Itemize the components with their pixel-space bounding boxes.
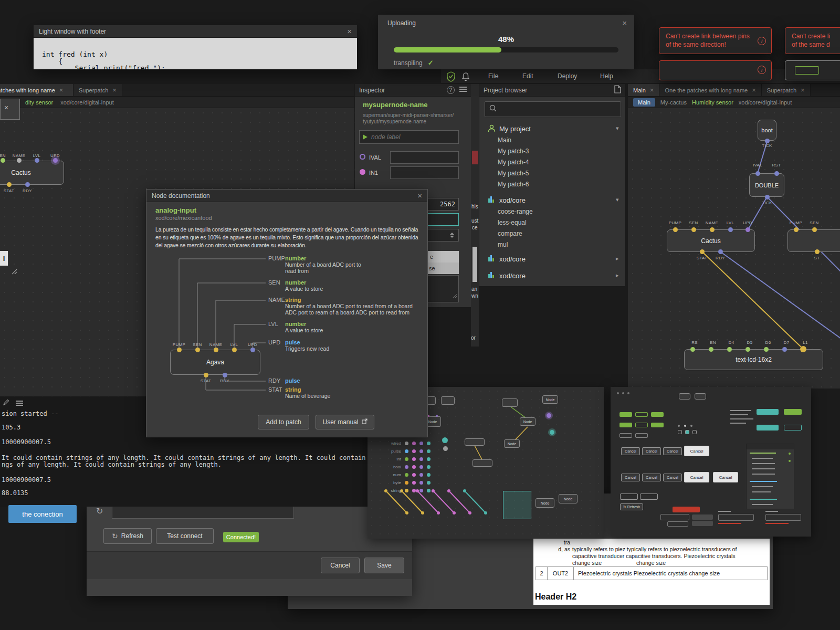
node-double[interactable]: DOUBLE (749, 173, 784, 197)
close-icon[interactable]: × (347, 27, 352, 35)
node-boot[interactable]: boot (758, 120, 776, 141)
cancel-button[interactable]: Cancel (663, 447, 682, 455)
tab-superpatch[interactable]: Superpatch × (74, 84, 122, 96)
pin-upd[interactable] (53, 158, 58, 163)
close-icon[interactable]: × (4, 103, 8, 112)
clipped-i-button[interactable]: I (0, 251, 8, 266)
pin-d5[interactable] (746, 347, 750, 352)
pin-pump[interactable] (794, 227, 799, 232)
chevron-right-icon[interactable]: ▸ (616, 272, 619, 279)
chevron-down-icon[interactable]: ▾ (616, 196, 619, 203)
pin-rs[interactable] (690, 347, 695, 352)
pin-ival[interactable] (755, 171, 760, 176)
chevron-right-icon[interactable]: ▸ (616, 255, 619, 262)
breadcrumb-digital-input[interactable]: xod/core/digital-input (60, 99, 114, 106)
cancel-button[interactable]: Cancel (713, 472, 738, 482)
pin-rdy[interactable] (25, 182, 30, 187)
pin-name[interactable] (17, 158, 22, 163)
info-icon[interactable]: i (758, 37, 766, 45)
pin-name[interactable] (710, 227, 715, 232)
pin-stat[interactable] (7, 182, 12, 187)
tree-group-xod-core[interactable]: xod/core (499, 255, 526, 263)
pin-l1[interactable] (800, 346, 806, 352)
tab-close-icon[interactable]: × (112, 86, 117, 94)
inspector-menu-icon[interactable] (459, 86, 467, 94)
tab-main[interactable]: Main × (628, 84, 659, 96)
pin-tick[interactable] (765, 195, 770, 200)
refresh-button[interactable]: ↻ Refresh (620, 503, 643, 510)
breadcrumb-digital-input[interactable]: xod/core/digital-input (739, 99, 792, 106)
tree-item-node[interactable]: compare (498, 230, 522, 237)
tab-close-icon[interactable]: × (752, 86, 756, 94)
pin-ival-input[interactable] (390, 151, 459, 164)
tab-close-icon[interactable]: × (801, 86, 805, 94)
save-button[interactable]: Save (364, 558, 404, 573)
tree-group-xod-core[interactable]: xod/core (499, 272, 526, 280)
add-to-patch-button[interactable]: Add to patch (258, 415, 309, 429)
breadcrumb-humidity-sensor[interactable]: dity sensor (25, 99, 53, 106)
resize-grip-icon[interactable] (10, 268, 18, 277)
tab-one-the-patches[interactable]: e patches with long name × (0, 84, 74, 96)
pin-en[interactable] (709, 347, 713, 352)
tree-item-node[interactable]: mul (498, 241, 508, 248)
pin-rdy[interactable] (718, 249, 723, 254)
deployment-pane-icon[interactable] (3, 398, 10, 408)
pin-lvl[interactable] (35, 158, 39, 163)
tree-group-my-project[interactable]: My project (499, 125, 531, 133)
tree-group-xod-core[interactable]: xod/core (499, 196, 526, 204)
tree-item-patch[interactable]: My patch-5 (498, 170, 529, 177)
tree-item-node[interactable]: coose-range (498, 208, 533, 215)
pin-tick[interactable] (765, 139, 770, 143)
test-connect-button[interactable]: Test connect (156, 528, 214, 544)
help-icon[interactable]: ? (447, 86, 455, 94)
tree-item-patch[interactable]: My patch-3 (498, 148, 529, 155)
pin-d4[interactable] (727, 347, 732, 352)
menu-file[interactable]: File (488, 72, 498, 80)
close-icon[interactable]: × (417, 192, 422, 200)
pin-rst[interactable] (774, 171, 779, 176)
resize-grip-icon[interactable] (452, 291, 457, 301)
tree-item-main[interactable]: Main (498, 136, 511, 144)
cancel-button[interactable]: Cancel (621, 447, 640, 455)
menu-help[interactable]: Help (600, 72, 613, 80)
close-icon[interactable]: × (622, 18, 627, 27)
pin-en[interactable] (1, 158, 5, 163)
pin-d6[interactable] (764, 347, 769, 352)
cancel-button[interactable]: Cancel (684, 446, 709, 456)
breadcrumb-main[interactable]: Main (633, 98, 655, 107)
pin-in1-input[interactable] (390, 166, 459, 179)
green-action-chip[interactable] (795, 66, 819, 75)
pin-upd[interactable] (746, 227, 750, 232)
cancel-button[interactable]: Cancel (684, 472, 709, 482)
menu-deploy[interactable]: Deploy (558, 72, 577, 80)
pin-sen[interactable] (691, 227, 696, 232)
error-toast[interactable]: Can't create li of the same d (785, 27, 840, 54)
toast-partial[interactable] (785, 60, 840, 80)
new-patch-icon[interactable] (614, 85, 621, 95)
cancel-button[interactable]: Cancel (642, 474, 661, 481)
node-cactus[interactable]: Cactus (0, 161, 64, 185)
breadcrumb-my-cactus[interactable]: My-cactus (660, 99, 687, 106)
log-menu-icon[interactable] (16, 399, 23, 408)
pin-sen[interactable] (812, 227, 817, 232)
tree-item-node[interactable]: less-equal (498, 219, 527, 226)
breadcrumb-humidity-sensor[interactable]: Humidity sensor (692, 99, 733, 106)
error-toast[interactable]: Can't create link between pins of the sa… (659, 27, 772, 54)
search-input[interactable] (501, 106, 611, 113)
cancel-button[interactable]: Cancel (663, 474, 682, 481)
tree-item-patch[interactable]: My patch-4 (498, 159, 529, 166)
cancel-button[interactable]: Cancel (621, 474, 640, 481)
info-icon[interactable]: i (758, 66, 766, 74)
tab-close-icon[interactable]: × (59, 86, 64, 94)
tab-close-icon[interactable]: × (650, 86, 654, 94)
tree-item-patch[interactable]: My patch-6 (498, 181, 529, 188)
tab-superpatch[interactable]: Superpatch × (762, 84, 811, 96)
chevron-down-icon[interactable]: ▾ (616, 125, 619, 132)
refresh-button[interactable]: ↻ Refresh (103, 528, 152, 544)
user-manual-button[interactable]: User manual (316, 415, 374, 429)
pin-pump[interactable] (673, 227, 678, 232)
pin-stat[interactable] (815, 249, 820, 254)
tab-one-the-patches[interactable]: One the patches with long name × (659, 84, 761, 96)
node-text-lcd-16x2[interactable]: text-lcd-16x2 (684, 349, 823, 370)
cancel-button[interactable]: Cancel (642, 447, 661, 455)
